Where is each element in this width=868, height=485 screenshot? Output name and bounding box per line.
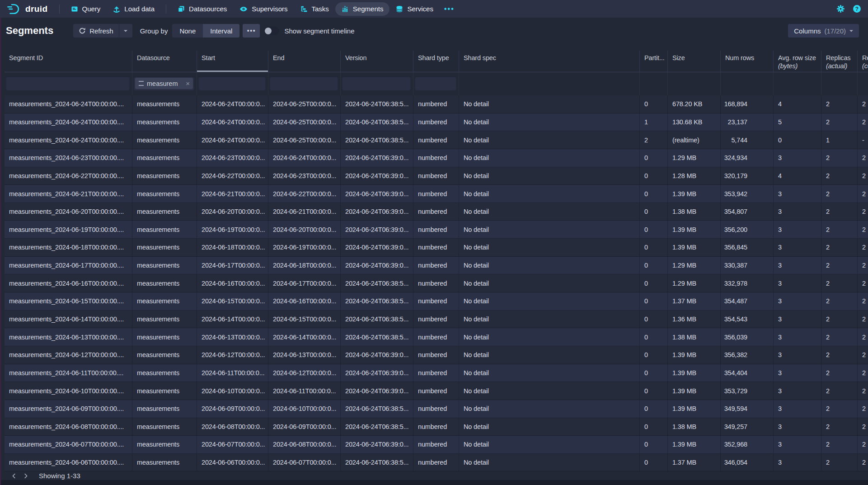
column-header-shard_spec[interactable]: Shard spec [459,51,640,72]
column-header-shard_type[interactable]: Shard type [413,51,459,72]
cell-avg_row_size: 0 [774,131,821,149]
table-row[interactable]: measurements_2024-06-15T00:00:00....meas… [5,292,868,311]
next-page-button[interactable] [20,472,32,480]
cell-segment_id: measurements_2024-06-17T00:00:00.... [5,257,132,274]
column-header-end[interactable]: End [268,51,341,72]
showing-label: Showing 1-33 [39,472,80,480]
filter-input-datasource[interactable]: measurem× [134,76,194,90]
cell-segment_id: measurements_2024-06-20T00:00:00.... [5,203,132,221]
remove-filter-icon[interactable]: × [186,80,190,87]
column-header-num_rows[interactable]: Num rows [721,51,774,72]
table-row[interactable]: measurements_2024-06-06T00:00:00....meas… [5,454,868,472]
cell-size: 1.39 MB [668,382,721,400]
column-header-partition[interactable]: Partit... [640,51,668,72]
datasource-filter-tag[interactable]: measurem× [135,78,193,89]
table-row[interactable]: measurements_2024-06-23T00:00:00....meas… [5,149,868,167]
cell-end: 2024-06-07T00:00:0... [268,454,341,471]
cell-replicas: 2 [821,95,858,113]
cell-avg_row_size: 3 [774,346,821,364]
cell-avg_row_size: 3 [774,454,821,471]
column-header-replicas[interactable]: Replicas(actual) [821,51,858,72]
cell-version: 2024-06-24T06:39:0... [341,257,413,274]
cell-size: 1.39 MB [668,364,721,382]
cell-end: 2024-06-13T00:00:0... [268,346,341,364]
columns-button[interactable]: Columns (17/20) [788,24,859,38]
group-by-option-interval[interactable]: Interval [203,24,239,38]
nav-more-button[interactable]: ••• [440,5,459,13]
table-row[interactable]: measurements_2024-06-24T00:00:00....meas… [5,131,868,149]
cell-avg_row_size: 5 [774,113,821,131]
table-row[interactable]: measurements_2024-06-13T00:00:00....meas… [5,328,868,346]
table-row[interactable]: measurements_2024-06-11T00:00:00....meas… [5,364,868,382]
column-header-version[interactable]: Version [341,51,413,72]
nav-item-services[interactable]: Services [389,2,440,16]
table-row[interactable]: measurements_2024-06-19T00:00:00....meas… [5,221,868,239]
column-header-avg_row_size[interactable]: Avg. row size(bytes) [774,51,821,72]
segment-timeline-toggle[interactable] [264,27,279,35]
cell-replication_factor: - [858,131,868,149]
cell-replication_factor: 2 [858,113,868,131]
cell-start: 2024-06-24T00:00:0... [197,95,268,113]
refresh-button[interactable]: Refresh [73,24,119,38]
filter-input-start[interactable] [198,76,266,90]
cell-shard_type: numbered [413,149,459,167]
table-row[interactable]: measurements_2024-06-18T00:00:00....meas… [5,239,868,257]
nav-item-supervisors[interactable]: Supervisors [233,2,294,16]
druid-logo[interactable]: druid [6,3,48,15]
nav-item-tasks[interactable]: Tasks [294,2,335,16]
column-header-segment_id[interactable]: Segment ID [5,51,132,72]
column-header-start[interactable]: Start [197,51,268,72]
settings-button[interactable] [836,5,845,13]
nav-item-segments[interactable]: Segments [335,2,390,16]
help-icon: ? [853,5,861,13]
table-row[interactable]: measurements_2024-06-08T00:00:00....meas… [5,418,868,436]
nav-divider [59,5,60,14]
column-header-datasource[interactable]: Datasource [132,51,197,72]
cell-partition: 0 [640,311,668,328]
nav-item-datasources[interactable]: Datasources [171,2,233,16]
help-button[interactable]: ? [853,5,861,13]
cell-avg_row_size: 3 [774,149,821,167]
previous-page-button[interactable] [8,472,20,480]
more-options-button[interactable]: ••• [243,24,260,38]
nav-item-load-data[interactable]: Load data [107,2,161,16]
filter-cell-replicas [821,72,858,95]
column-header-size[interactable]: Size [668,51,721,72]
table-row[interactable]: measurements_2024-06-09T00:00:00....meas… [5,400,868,418]
table-row[interactable]: measurements_2024-06-20T00:00:00....meas… [5,203,868,221]
table-row[interactable]: measurements_2024-06-21T00:00:00....meas… [5,185,868,203]
filter-input-shard_type[interactable] [415,76,456,90]
cell-version: 2024-06-24T06:39:0... [341,203,413,221]
cell-version: 2024-06-24T06:38:5... [341,311,413,328]
table-row[interactable]: measurements_2024-06-14T00:00:00....meas… [5,311,868,329]
table-row[interactable]: measurements_2024-06-12T00:00:00....meas… [5,346,868,364]
column-header-replication_factor[interactable]: Replication factor(configured) [858,51,868,72]
cell-shard_type: numbered [413,203,459,221]
table-row[interactable]: measurements_2024-06-17T00:00:00....meas… [5,257,868,275]
table-body: measurements_2024-06-24T00:00:00....meas… [5,95,868,471]
cell-partition: 0 [640,364,668,382]
group-by-option-none[interactable]: None [172,24,203,38]
horizontal-scrollbar-track[interactable] [0,480,868,485]
cell-num_rows: 346,054 [721,454,774,471]
table-row[interactable]: measurements_2024-06-16T00:00:00....meas… [5,274,868,292]
table-row[interactable]: measurements_2024-06-24T00:00:00....meas… [5,95,868,113]
cell-datasource: measurements [132,167,197,185]
columns-count: (17/20) [824,27,846,35]
cell-avg_row_size: 3 [774,292,821,310]
table-row[interactable]: measurements_2024-06-10T00:00:00....meas… [5,382,868,400]
table-row[interactable]: measurements_2024-06-07T00:00:00....meas… [5,436,868,454]
cell-replicas: 2 [821,203,858,221]
chevron-down-icon [849,30,853,34]
refresh-dropdown-button[interactable] [119,24,132,38]
filter-input-segment_id[interactable] [6,76,130,90]
cell-shard_spec: No detail [459,221,640,238]
cell-end: 2024-06-11T00:00:0... [268,382,341,400]
window-edge-line [0,18,1,485]
nav-item-query[interactable]: Query [65,2,107,16]
filter-input-version[interactable] [342,76,411,90]
table-row[interactable]: measurements_2024-06-22T00:00:00....meas… [5,167,868,185]
filter-input-end[interactable] [270,76,338,90]
table-row[interactable]: measurements_2024-06-24T00:00:00....meas… [5,113,868,132]
cell-datasource: measurements [132,400,197,418]
